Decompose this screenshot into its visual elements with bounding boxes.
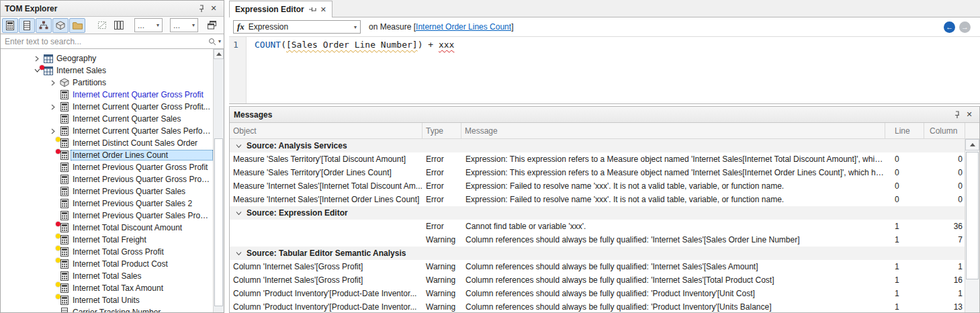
tree-item-internet-total-sales[interactable]: Internet Total Sales bbox=[1, 270, 224, 282]
group-label: Source: Analysis Services bbox=[247, 141, 347, 150]
cell-column: 1 bbox=[924, 262, 967, 271]
column-header-line[interactable]: Line bbox=[885, 123, 924, 138]
calculator-icon bbox=[58, 114, 71, 124]
group-label: Source: Expression Editor bbox=[247, 208, 348, 218]
arrow-left-icon: ← bbox=[946, 24, 953, 31]
message-row[interactable]: Column 'Product Inventory'[Product-Date … bbox=[230, 287, 965, 300]
chevron-down-icon[interactable]: ▾ bbox=[354, 24, 357, 30]
tree-item-internet-current-quarter-gross-profit[interactable]: Internet Current Quarter Gross Profit... bbox=[1, 101, 224, 113]
tab-expression-editor[interactable]: Expression Editor ✕ bbox=[229, 1, 332, 17]
message-row[interactable]: WarningColumn references should always b… bbox=[230, 233, 965, 247]
messages-list: Source: Analysis ServicesMeasure 'Sales … bbox=[230, 139, 979, 312]
messages-titlebar: Messages ✕ bbox=[230, 107, 979, 123]
column-header-type[interactable]: Type bbox=[422, 123, 461, 138]
pin-icon[interactable] bbox=[308, 6, 316, 13]
show-hierarchies-button[interactable] bbox=[36, 18, 52, 33]
tab-title: Expression Editor bbox=[235, 5, 304, 14]
chevron-down-icon[interactable] bbox=[236, 251, 242, 256]
tree-item-partitions[interactable]: Partitions bbox=[1, 77, 224, 89]
measure-link[interactable]: Internet Order Lines Count bbox=[416, 22, 511, 32]
perspective-selector-button[interactable]: ...▾ bbox=[134, 18, 163, 32]
tree-item-label: Internet Total Gross Profit bbox=[71, 247, 213, 257]
tree-item-internet-distinct-count-sales-order[interactable]: Internet Distinct Count Sales Order bbox=[1, 137, 224, 149]
tree-item-internet-current-quarter-sales[interactable]: Internet Current Quarter Sales bbox=[1, 113, 224, 125]
tree-item-internet-previous-quarter-sales-2[interactable]: Internet Previous Quarter Sales 2 bbox=[1, 197, 224, 210]
message-row[interactable]: Measure 'Internet Sales'[Internet Order … bbox=[230, 193, 965, 206]
pin-icon[interactable] bbox=[951, 109, 963, 120]
message-group-source-expression-editor[interactable]: Source: Expression Editor bbox=[230, 206, 965, 220]
tree-item-label: Internet Previous Quarter Sales 2 bbox=[71, 198, 213, 209]
column-header-column[interactable]: Column bbox=[924, 123, 965, 138]
tree-item-geography[interactable]: Geography bbox=[1, 52, 224, 64]
tree-item-internet-order-lines-count[interactable]: Internet Order Lines Count bbox=[1, 149, 224, 161]
fx-icon: fx bbox=[237, 21, 244, 32]
message-row[interactable]: Measure 'Internet Sales'[Internet Total … bbox=[230, 179, 965, 193]
chevron-right-icon[interactable] bbox=[48, 104, 58, 110]
tree-item-internet-total-gross-profit[interactable]: Internet Total Gross Profit bbox=[1, 246, 224, 258]
pin-icon[interactable] bbox=[195, 3, 208, 14]
cell-line: 0 bbox=[885, 181, 924, 191]
messages-scrollbar[interactable] bbox=[965, 139, 979, 312]
message-row[interactable]: Column 'Internet Sales'[Gross Profit]War… bbox=[230, 273, 965, 287]
show-partitions-button[interactable] bbox=[52, 18, 69, 33]
warning-badge-icon bbox=[56, 282, 60, 287]
cell-message: Column references should always be fully… bbox=[461, 275, 885, 285]
chevron-down-icon[interactable] bbox=[236, 211, 242, 216]
tree-item-internet-total-freight[interactable]: Internet Total Freight bbox=[1, 234, 224, 246]
tree-item-internet-previous-quarter-gross-profit[interactable]: Internet Previous Quarter Gross Profit bbox=[1, 161, 224, 173]
tree-item-internet-total-product-cost[interactable]: Internet Total Product Cost bbox=[1, 258, 224, 270]
search-input[interactable] bbox=[3, 36, 208, 47]
scroll-up-icon[interactable] bbox=[214, 49, 224, 59]
tab-strip: Expression Editor ✕ bbox=[229, 0, 980, 17]
tree-item-label: Internet Current Quarter Gross Profit... bbox=[71, 101, 213, 112]
message-row[interactable]: Column 'Product Inventory'[Product-Date … bbox=[230, 300, 965, 312]
dax-code-editor[interactable]: 1 COUNT([Sales Order Line Number]) + xxx bbox=[229, 37, 980, 104]
column-header-message[interactable]: Message bbox=[461, 123, 885, 138]
message-row[interactable]: Column 'Internet Sales'[Gross Profit]War… bbox=[230, 260, 965, 273]
chevron-right-icon[interactable] bbox=[48, 80, 58, 86]
tree-item-label: Internet Total Freight bbox=[71, 234, 213, 245]
tree-item-internet-previous-quarter-sales-prop[interactable]: Internet Previous Quarter Sales Prop... bbox=[1, 210, 224, 222]
chevron-down-icon[interactable] bbox=[236, 144, 242, 148]
scrollbar-thumb[interactable] bbox=[214, 138, 223, 306]
show-display-folders-button[interactable] bbox=[69, 18, 85, 33]
tree-item-internet-total-discount-amount[interactable]: Internet Total Discount Amount bbox=[1, 222, 224, 234]
show-hidden-objects-button[interactable] bbox=[94, 18, 110, 33]
tree-item-internet-previous-quarter-sales[interactable]: Internet Previous Quarter Sales bbox=[1, 185, 224, 197]
expand-collapse-button[interactable] bbox=[204, 18, 220, 33]
column-header-object[interactable]: Object bbox=[230, 123, 422, 138]
show-measures-button[interactable] bbox=[2, 18, 18, 33]
tree-item-internet-previous-quarter-gross-profi[interactable]: Internet Previous Quarter Gross Profi... bbox=[1, 173, 224, 185]
calculator-icon bbox=[58, 163, 71, 172]
line-number-gutter: 1 bbox=[229, 37, 247, 103]
code-line[interactable]: COUNT([Sales Order Line Number]) + xxx bbox=[247, 37, 980, 103]
tree-item-internet-sales[interactable]: Internet Sales bbox=[1, 64, 224, 77]
scrollbar-thumb[interactable] bbox=[966, 152, 979, 279]
tree-item-internet-total-tax-amount[interactable]: Internet Total Tax Amount bbox=[1, 282, 224, 294]
tree-item-internet-current-quarter-sales-perfor[interactable]: Internet Current Quarter Sales Perfor... bbox=[1, 125, 224, 137]
tree-item-carrier-tracking-number[interactable]: Carrier Tracking Number bbox=[1, 306, 224, 312]
tree-item-internet-current-quarter-gross-profit[interactable]: Internet Current Quarter Gross Profit bbox=[1, 89, 224, 101]
property-selector[interactable]: fx Expression ▾ bbox=[233, 20, 361, 34]
tree-item-internet-total-units[interactable]: Internet Total Units bbox=[1, 294, 224, 306]
tree-item-label: Internet Total Product Cost bbox=[71, 259, 213, 269]
tree-scrollbar[interactable] bbox=[213, 49, 224, 312]
scroll-up-icon[interactable] bbox=[965, 139, 979, 150]
navigate-forward-button[interactable]: → bbox=[959, 21, 971, 33]
search-icon[interactable] bbox=[208, 38, 216, 46]
message-row[interactable]: Measure 'Sales Territory'[Order Lines Co… bbox=[230, 166, 965, 179]
show-object-types-button[interactable] bbox=[111, 18, 127, 33]
message-row[interactable]: Measure 'Sales Territory'[Total Discount… bbox=[230, 152, 965, 166]
show-columns-button[interactable] bbox=[19, 18, 35, 33]
chevron-right-icon[interactable] bbox=[48, 128, 58, 134]
close-icon[interactable]: ✕ bbox=[963, 109, 975, 120]
chevron-down-icon[interactable]: ▾ bbox=[218, 38, 221, 44]
message-group-source-tabular-editor-semantic-analysis[interactable]: Source: Tabular Editor Semantic Analysis bbox=[230, 247, 965, 260]
close-icon[interactable]: ✕ bbox=[320, 5, 326, 14]
navigate-back-button[interactable]: ← bbox=[944, 21, 955, 33]
chevron-right-icon[interactable] bbox=[32, 56, 42, 62]
close-icon[interactable]: ✕ bbox=[208, 3, 220, 14]
translation-selector-button[interactable]: ...▾ bbox=[170, 18, 198, 32]
message-row[interactable]: ErrorCannot find table or variable 'xxx'… bbox=[230, 220, 965, 233]
message-group-source-analysis-services[interactable]: Source: Analysis Services bbox=[230, 139, 965, 152]
